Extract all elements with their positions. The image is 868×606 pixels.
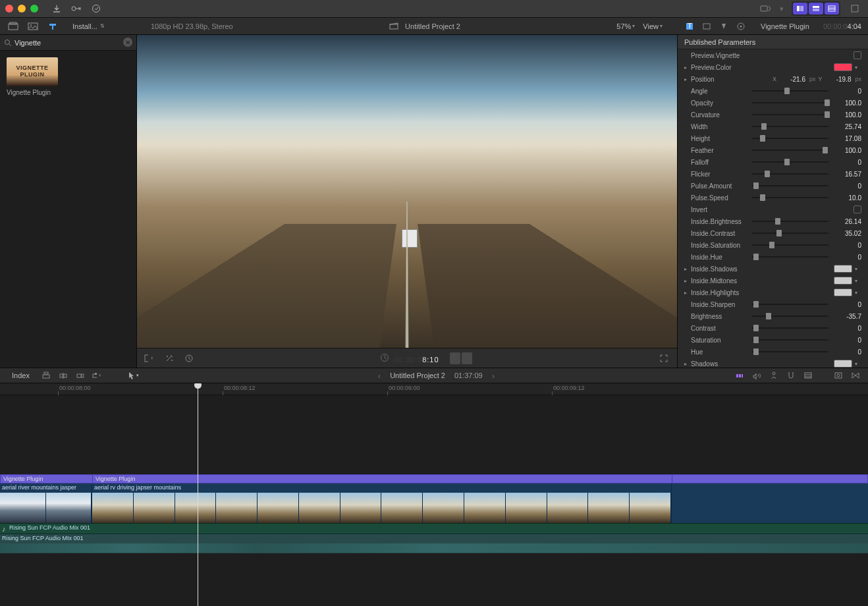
append-clip-icon[interactable] [74, 370, 86, 381]
inspector-pane-button[interactable] [825, 3, 839, 14]
transitions-browser-toggle-icon[interactable] [850, 370, 861, 381]
view-menu-dropdown[interactable]: View▾ [643, 22, 663, 30]
effect-clip[interactable]: Vignette Plugin [1, 475, 93, 483]
connect-clip-icon[interactable] [40, 370, 52, 381]
param-value[interactable]: 25.74 [834, 123, 861, 130]
param-slider[interactable] [752, 233, 828, 234]
param-slider[interactable] [752, 150, 828, 151]
disclosure-triangle-icon[interactable]: ▸ [684, 361, 690, 367]
clapperboard-icon[interactable] [389, 22, 400, 31]
library-category-dropdown[interactable]: Install...⇅ [66, 21, 111, 32]
param-slider[interactable] [752, 161, 828, 163]
disclosure-triangle-icon[interactable]: ▸ [684, 266, 690, 272]
param-value[interactable]: 0 [834, 254, 861, 261]
param-value[interactable]: 0 [834, 88, 861, 95]
param-slider[interactable] [752, 351, 828, 352]
position-x-value[interactable]: -21.6 [779, 76, 805, 83]
effect-clip[interactable]: Vignette Plugin [93, 475, 672, 483]
param-value[interactable]: 10.0 [834, 194, 861, 202]
inspector-video-tab-icon[interactable] [701, 20, 713, 32]
skimming-icon[interactable] [734, 370, 746, 381]
color-swatch[interactable] [834, 289, 852, 296]
video-track[interactable]: aerial river mountains jasperaerial rv d… [0, 483, 868, 523]
media-tab-icon[interactable] [26, 20, 40, 33]
param-value[interactable]: 0 [834, 182, 861, 190]
browser-search-input[interactable] [14, 39, 132, 47]
param-slider[interactable] [752, 221, 828, 222]
timeline-index-button[interactable]: Index [7, 370, 35, 381]
library-tab-icon[interactable] [7, 20, 20, 33]
chevron-down-icon[interactable]: ▾ [855, 65, 861, 70]
snapping-icon[interactable] [785, 370, 797, 381]
inspector-text-tab-icon[interactable]: T [684, 20, 695, 32]
overwrite-clip-icon[interactable]: ▾ [92, 370, 103, 381]
effects-browser-toggle-icon[interactable] [832, 370, 844, 381]
timeline[interactable]: 00:00:08:0000:00:08:1200:00:09:0000:00:0… [0, 383, 868, 606]
browser-pane-button[interactable] [793, 3, 807, 14]
fullscreen-icon[interactable] [847, 2, 863, 15]
import-icon[interactable] [50, 2, 63, 15]
enhance-tool-icon[interactable] [163, 352, 175, 364]
param-slider[interactable] [752, 256, 828, 258]
timeline-display-icon[interactable] [802, 370, 814, 381]
color-swatch[interactable] [834, 63, 852, 71]
background-tasks-icon[interactable] [90, 2, 103, 15]
param-slider[interactable] [752, 90, 828, 92]
param-slider[interactable] [752, 114, 828, 115]
color-swatch[interactable] [834, 360, 852, 368]
param-value[interactable]: 0 [834, 348, 861, 356]
param-slider[interactable] [752, 244, 828, 246]
inspector-panel[interactable]: Published Parameters Preview.Vignette▸Pr… [677, 35, 868, 368]
close-window-button[interactable] [5, 5, 13, 13]
disclosure-triangle-icon[interactable]: ▸ [684, 76, 690, 82]
viewer-canvas[interactable] [137, 35, 677, 348]
transform-tool-icon[interactable]: ▾ [144, 352, 155, 364]
param-value[interactable]: 0 [834, 159, 861, 166]
param-value[interactable]: 17.08 [834, 135, 861, 142]
audio-track-1[interactable]: ♪ Rising Sun FCP Audio Mix 001 [0, 523, 868, 534]
param-value[interactable]: 100.0 [834, 99, 861, 107]
clear-search-button[interactable]: ✕ [123, 38, 132, 47]
param-slider[interactable] [752, 185, 828, 186]
param-value[interactable]: 35.02 [834, 230, 861, 237]
audio-track-2[interactable]: Rising Sun FCP Audio MIx 001 [0, 534, 868, 553]
param-value[interactable]: 16.57 [834, 171, 861, 178]
timeline-pane-button[interactable] [809, 3, 823, 14]
effect-thumbnail[interactable]: VIGNETTE PLUGIN Vignette Plugin [7, 57, 58, 96]
timeline-ruler[interactable]: 00:00:08:0000:00:08:1200:00:09:0000:00:0… [0, 383, 868, 395]
color-swatch[interactable] [834, 265, 852, 273]
param-value[interactable]: 0 [834, 325, 861, 332]
fullscreen-viewer-icon[interactable] [657, 352, 670, 365]
param-value[interactable]: 0 [834, 337, 861, 344]
solo-icon[interactable] [768, 370, 780, 381]
param-value[interactable]: 0 [834, 301, 861, 308]
param-slider[interactable] [752, 126, 828, 127]
insert-clip-icon[interactable] [57, 370, 69, 381]
timeline-history-back-icon[interactable]: ‹ [378, 371, 381, 381]
disclosure-triangle-icon[interactable]: ▸ [684, 278, 690, 284]
param-value[interactable]: 100.0 [834, 111, 861, 119]
param-slider[interactable] [752, 327, 828, 329]
chevron-down-icon[interactable]: ▾ [855, 266, 861, 272]
viewer-timecode[interactable]: 00:00:08:10 [393, 352, 439, 365]
chevron-down-icon[interactable]: ▾ [855, 278, 861, 284]
audio-skimming-icon[interactable] [751, 370, 763, 381]
inspector-generator-tab-icon[interactable] [735, 20, 747, 32]
param-slider[interactable] [752, 197, 828, 198]
timeline-history-fwd-icon[interactable]: › [492, 371, 495, 381]
minimize-window-button[interactable] [18, 5, 26, 13]
param-value[interactable]: 100.0 [834, 147, 861, 154]
retime-tool-icon[interactable] [183, 352, 195, 364]
keyword-icon[interactable] [70, 2, 83, 15]
step-back-button[interactable] [450, 352, 460, 364]
effects-track[interactable]: Vignette PluginVignette Plugin [0, 474, 868, 483]
disclosure-triangle-icon[interactable]: ▸ [684, 65, 690, 70]
arrow-select-tool-icon[interactable]: ▾ [127, 371, 139, 380]
disclosure-triangle-icon[interactable]: ▸ [684, 290, 690, 296]
video-clip[interactable]: aerial rv driving japser mountains [92, 483, 672, 523]
param-slider[interactable] [752, 316, 828, 317]
param-slider[interactable] [752, 173, 828, 175]
position-y-value[interactable]: -19.8 [825, 76, 851, 83]
chevron-down-icon[interactable]: ▾ [855, 361, 861, 367]
param-slider[interactable] [752, 138, 828, 139]
